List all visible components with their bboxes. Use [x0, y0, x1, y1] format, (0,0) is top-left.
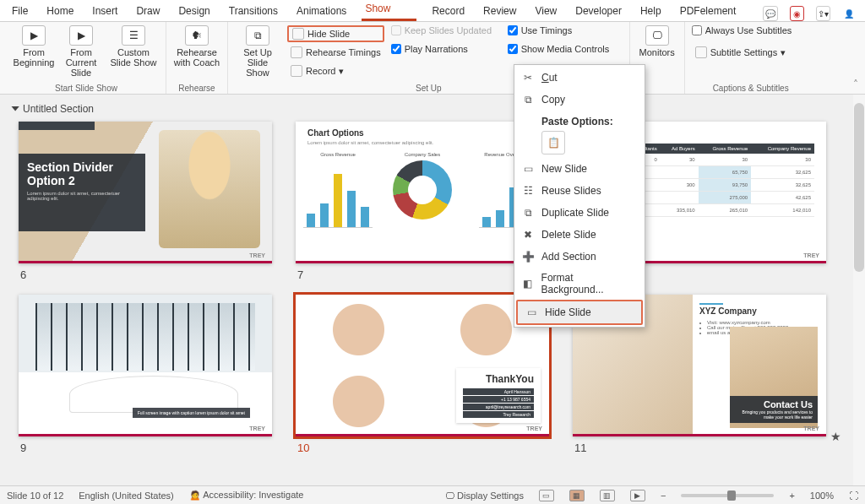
ctx-cut[interactable]: ✂CuCutt	[514, 67, 645, 89]
ctx-hide-label: Hide Slide	[545, 306, 591, 318]
group-label-rehearse: Rehearse	[166, 84, 227, 93]
tab-design[interactable]: Design	[175, 2, 213, 21]
section-header[interactable]: ▶Untitled Section	[0, 95, 865, 118]
display-settings-button[interactable]: 🖵 Display Settings	[445, 490, 524, 501]
view-reading-icon[interactable]: ▥	[600, 490, 615, 501]
hide-slide-button[interactable]: Hide Slide	[287, 25, 384, 42]
ctx-format-background[interactable]: ◧Format Background...	[514, 268, 645, 300]
custom-show-icon: ☰	[122, 25, 145, 46]
slide7-title: Chart Options	[307, 128, 364, 138]
show-media-checkbox[interactable]: Show Media Controls	[508, 44, 617, 54]
slide10-email: april@treyresearch.com	[463, 404, 534, 410]
from-current-label: From Current Slide	[61, 47, 101, 78]
slide-7[interactable]: Chart Options Lorem ipsum dolor sit amet…	[296, 122, 549, 281]
status-bar: Slide 10 of 12 English (United States) 🙍…	[0, 485, 865, 504]
slide-10[interactable]: ThankYou April Hansson +1 13 987 6554 ap…	[296, 295, 549, 454]
slide6-title: Section Divider Option 2	[27, 160, 137, 187]
subtitle-settings-button[interactable]: Subtitle Settings ▾	[692, 44, 810, 61]
comments-icon[interactable]: 💬	[763, 6, 777, 21]
zoom-in[interactable]: +	[789, 490, 794, 501]
tab-insert[interactable]: Insert	[89, 2, 121, 21]
tab-draw[interactable]: Draw	[133, 2, 163, 21]
always-subtitles-checkbox[interactable]: Always Use Subtitles	[692, 25, 810, 35]
format-bg-icon: ◧	[521, 277, 535, 290]
slide7-sub: Lorem ipsum dolor sit amet, consectetuer…	[307, 140, 433, 145]
setup-show-button[interactable]: ⧉ Set Up Slide Show	[235, 25, 280, 78]
tab-developer[interactable]: Developer	[572, 2, 625, 21]
view-slideshow-icon[interactable]: ▶	[630, 490, 645, 501]
ctx-del-label: Delete Slide	[541, 229, 596, 241]
use-timings-checkbox[interactable]: Use Timings	[508, 25, 617, 35]
play-narrations-checkbox[interactable]: Play Narrations	[391, 44, 501, 54]
slide8-logo: TREY	[803, 252, 819, 258]
rehearse-timings-button[interactable]: Rehearse Timings	[287, 44, 384, 61]
record-indicator-icon[interactable]: ◉	[790, 6, 804, 21]
ctx-new-slide[interactable]: ▭New Slide	[514, 158, 645, 180]
view-normal-icon[interactable]: ▭	[539, 490, 554, 501]
view-sorter-icon[interactable]: ▦	[569, 490, 585, 501]
ctx-duplicate-slide[interactable]: ⧉Duplicate Slide	[514, 202, 645, 224]
chart2-name: Company Sales	[405, 152, 440, 157]
ctx-delete-slide[interactable]: ✖Delete Slide	[514, 224, 645, 246]
user-icon[interactable]: 👤	[842, 6, 857, 21]
rehearse-coach-button[interactable]: 🗣 Rehearse with Coach	[173, 25, 220, 68]
ctx-new-slide-label: New Slide	[541, 163, 587, 175]
keep-updated-checkbox[interactable]: Keep Slides Updated	[391, 25, 501, 35]
slide11-contact-title: Contact Us	[735, 399, 813, 409]
slide9-caption: Full screen image with caption lorem ips…	[133, 408, 250, 418]
duplicate-icon: ⧉	[521, 206, 535, 219]
subtitle-settings-label: Subtitle Settings	[710, 47, 778, 57]
collapse-ribbon-icon[interactable]: ˄	[846, 75, 865, 94]
tab-pdfelement[interactable]: PDFelement	[677, 2, 740, 21]
zoom-level[interactable]: 100%	[810, 490, 834, 501]
ctx-reuse-slides[interactable]: ☷Reuse Slides	[514, 180, 645, 202]
tab-file[interactable]: File	[8, 2, 31, 21]
share-icon[interactable]: ⇪▾	[816, 6, 830, 21]
tab-slide-show[interactable]: Slide Show	[362, 0, 416, 21]
group-start-slideshow: ▶ From Beginning ▶ From Current Slide ☰ …	[7, 22, 166, 94]
from-beginning-button[interactable]: ▶ From Beginning	[14, 25, 54, 68]
tab-animations[interactable]: Animations	[293, 2, 350, 21]
ctx-format-label: Format Background...	[541, 272, 636, 295]
paste-option-1[interactable]: 📋	[541, 131, 565, 154]
status-language[interactable]: English (United States)	[79, 490, 174, 501]
slide11-company: XYZ Company	[699, 306, 757, 316]
from-current-button[interactable]: ▶ From Current Slide	[61, 25, 101, 78]
ctx-copy-label: Copy	[541, 94, 565, 106]
status-accessibility[interactable]: 🙍 Accessibility: Investigate	[189, 490, 304, 501]
slide11-logo: TREY	[803, 425, 819, 431]
slide6-number: 6	[19, 263, 272, 281]
custom-show-button[interactable]: ☰ Custom Slide Show	[108, 25, 159, 68]
status-slide-counter[interactable]: Slide 10 of 12	[7, 490, 63, 501]
monitors-button[interactable]: 🖵 Monitors	[637, 25, 677, 57]
fit-to-window-icon[interactable]: ⛶	[849, 490, 858, 501]
tab-transitions[interactable]: Transitions	[226, 2, 281, 21]
zoom-out[interactable]: −	[661, 490, 666, 501]
slide7-number: 7	[296, 263, 549, 281]
ctx-add-section[interactable]: ➕Add Section	[514, 246, 645, 268]
tab-record[interactable]: Record	[428, 2, 468, 21]
custom-show-label: Custom Slide Show	[108, 47, 159, 68]
ctx-copy[interactable]: ⧉Copy	[514, 89, 645, 111]
slide-9[interactable]: Full screen image with caption lorem ips…	[19, 295, 272, 454]
from-beginning-label: From Beginning	[14, 47, 55, 68]
tab-view[interactable]: View	[531, 2, 560, 21]
tab-review[interactable]: Review	[480, 2, 520, 21]
slide10-logo: TREY	[526, 425, 542, 431]
status-access-label: Accessibility: Investigate	[203, 490, 303, 500]
slide10-number: 10	[296, 436, 549, 454]
slide11-contact-sub: Bringing you products and services to ma…	[735, 409, 813, 420]
zoom-slider[interactable]	[681, 494, 774, 497]
ctx-dup-label: Duplicate Slide	[541, 207, 609, 219]
tab-home[interactable]: Home	[43, 2, 77, 21]
delete-icon: ✖	[521, 228, 535, 241]
group-label-start: Start Slide Show	[7, 84, 166, 93]
record-button[interactable]: Record ▾	[287, 62, 384, 79]
vertical-scrollbar[interactable]	[853, 95, 865, 485]
transition-star-icon: ★	[830, 430, 841, 443]
tab-help[interactable]: Help	[637, 2, 665, 21]
slide-sorter-area: ▶Untitled Section Section Divider Option…	[0, 95, 865, 485]
slide-6[interactable]: Section Divider Option 2Lorem ipsum dolo…	[19, 122, 272, 281]
ctx-hide-slide[interactable]: ▭Hide Slide	[518, 301, 641, 323]
add-section-icon: ➕	[521, 250, 535, 263]
